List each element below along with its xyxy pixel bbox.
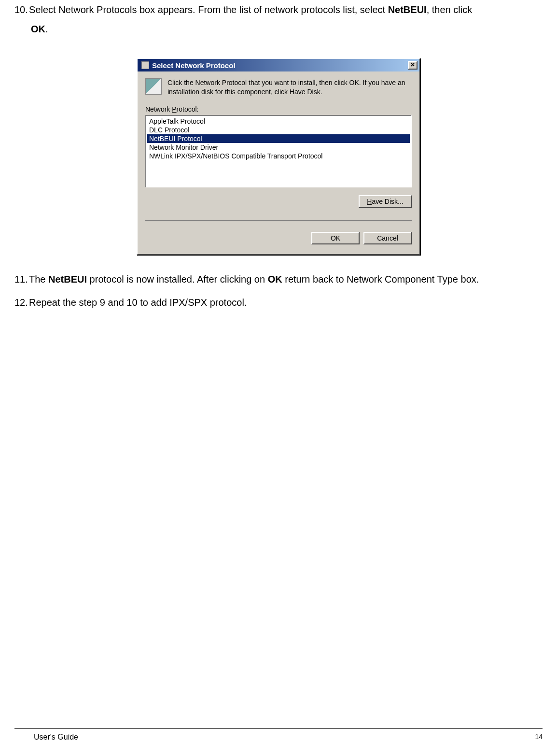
step-10-text-c: , then click [427, 4, 472, 15]
step-11-text-e: return back to Network Component Type bo… [282, 274, 479, 285]
step-10-number: 10. [14, 0, 29, 19]
list-item-selected[interactable]: NetBEUI Protocol [147, 134, 410, 143]
dialog-info-row: Click the Network Protocol that you want… [145, 78, 412, 97]
protocol-listbox[interactable]: AppleTalk Protocol DLC Protocol NetBEUI … [145, 115, 412, 187]
step-10-text-e: . [45, 24, 48, 34]
footer-divider [14, 728, 543, 729]
list-item[interactable]: AppleTalk Protocol [147, 117, 410, 126]
dialog-body: Click the Network Protocol that you want… [138, 71, 419, 254]
list-item[interactable]: Network Monitor Driver [147, 143, 410, 152]
label-underline: P [172, 105, 176, 113]
footer-row: User's Guide 14 [14, 733, 543, 742]
step-12-number: 12. [14, 293, 29, 312]
step-11: 11.The NetBEUI protocol is now installed… [14, 270, 543, 289]
dialog-title-icon [141, 61, 149, 69]
step-10-bold-ok: OK [31, 24, 45, 34]
step-10-bold-netbeui: NetBEUI [388, 4, 427, 15]
dialog-titlebar: Select Network Protocol ✕ [138, 59, 419, 71]
label-post: rotocol: [177, 105, 199, 113]
dialog-title: Select Network Protocol [152, 61, 236, 70]
list-item[interactable]: DLC Protocol [147, 126, 410, 134]
step-11-bold-netbeui: NetBEUI [48, 274, 87, 285]
step-11-number: 11. [14, 270, 29, 289]
have-disk-row: Have Disk... [145, 195, 412, 208]
listbox-label: Network Protocol: [145, 105, 412, 113]
dialog-separator [145, 220, 412, 221]
step-10: 10.Select Network Protocols box appears.… [14, 0, 543, 39]
have-disk-post: ave Disk... [372, 198, 403, 205]
step-11-text-a: The [29, 274, 48, 285]
have-disk-u: H [367, 198, 372, 205]
step-12-text: Repeat the step 9 and 10 to add IPX/SPX … [29, 297, 247, 308]
titlebar-left: Select Network Protocol [141, 61, 236, 70]
ok-button[interactable]: OK [311, 232, 360, 244]
dialog-container: Select Network Protocol ✕ Click the Netw… [14, 58, 543, 255]
step-11-bold-ok: OK [268, 274, 282, 285]
protocol-icon [145, 78, 162, 95]
step-11-text-c: protocol is now installed. After clickin… [87, 274, 268, 285]
footer-guide: User's Guide [14, 733, 78, 742]
list-item[interactable]: NWLink IPX/SPX/NetBIOS Compatible Transp… [147, 152, 410, 160]
footer-page-number: 14 [535, 733, 543, 742]
cancel-button[interactable]: Cancel [363, 232, 412, 244]
page-footer: User's Guide 14 [14, 728, 543, 742]
label-pre: Network [145, 105, 172, 113]
dialog-info-text: Click the Network Protocol that you want… [167, 78, 412, 97]
select-network-protocol-dialog: Select Network Protocol ✕ Click the Netw… [137, 58, 420, 255]
have-disk-button[interactable]: Have Disk... [359, 195, 412, 208]
step-10-text-a: Select Network Protocols box appears. Fr… [29, 4, 388, 15]
ok-cancel-row: OK Cancel [145, 232, 412, 245]
close-button[interactable]: ✕ [408, 61, 418, 70]
step-10-line2: OK. [14, 24, 48, 34]
step-12: 12.Repeat the step 9 and 10 to add IPX/S… [14, 293, 543, 312]
